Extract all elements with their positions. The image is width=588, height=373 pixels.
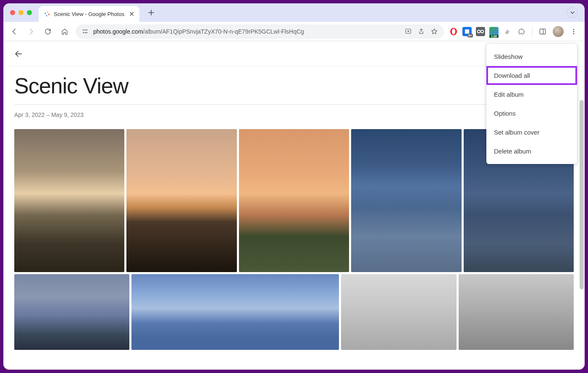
photo-thumbnail[interactable] [239,129,349,272]
url-text: photos.google.com/album/AF1QipPSnvjaTZyX… [93,28,304,35]
home-button[interactable] [59,26,71,37]
svg-point-0 [83,29,84,31]
chrome-menu-icon[interactable] [568,26,580,37]
menu-item-slideshow[interactable]: Slideshow [486,47,577,66]
svg-point-6 [452,29,455,34]
urlbar-actions [404,28,438,35]
address-bar[interactable]: photos.google.com/album/AF1QipPSnvjaTZyX… [76,24,444,39]
svg-point-14 [573,29,575,30]
photo-thumbnail[interactable] [459,274,574,350]
titlebar: Scenic View - Google Photos ✕ [3,3,585,22]
photo-thumbnail[interactable] [14,129,124,272]
close-tab-icon[interactable]: ✕ [129,10,134,18]
bookmark-star-icon[interactable] [430,28,438,35]
svg-point-11 [481,31,483,32]
url-host: photos.google.com [93,28,143,35]
photos-back-button[interactable] [13,49,24,59]
reload-button[interactable] [42,26,54,37]
profile-avatar[interactable] [553,26,564,37]
svg-point-2 [83,32,84,33]
photo-thumbnail[interactable] [341,274,456,350]
extension-clear-icon[interactable] [503,27,512,36]
extension-eyes-icon[interactable] [476,27,485,36]
svg-rect-12 [540,29,546,34]
extensions-puzzle-icon[interactable] [516,26,528,37]
svg-point-10 [478,31,480,32]
window-controls [10,10,32,15]
browser-window: Scenic View - Google Photos ✕ [3,3,585,370]
minimize-window-button[interactable] [18,10,24,15]
photo-row [14,274,574,350]
google-photos-favicon-icon [44,11,50,17]
tab-title: Scenic View - Google Photos [54,11,124,17]
share-icon[interactable] [418,28,425,35]
tab-strip: Scenic View - Google Photos ✕ [39,3,578,22]
page-scrollbar[interactable] [580,100,584,289]
browser-tab[interactable]: Scenic View - Google Photos ✕ [39,6,139,22]
toolbar-divider [532,27,533,36]
page-content: Scenic View Apr 3, 2022 – May 9, 2023 [3,41,585,370]
extension-green-icon[interactable]: 1.00 [489,27,499,36]
menu-item-edit-album[interactable]: Edit album [486,85,577,104]
menu-item-delete-album[interactable]: Delete album [486,142,577,161]
svg-rect-3 [84,32,87,33]
extension-badge: 9+ [467,34,473,37]
menu-item-set-album-cover[interactable]: Set album cover [486,123,577,142]
photo-thumbnail[interactable] [126,129,236,272]
browser-toolbar: photos.google.com/album/AF1QipPSnvjaTZyX… [3,22,585,41]
photo-thumbnail[interactable] [351,129,461,272]
svg-point-15 [573,31,575,32]
maximize-window-button[interactable] [27,10,32,15]
menu-item-options[interactable]: Options [486,104,577,123]
side-panel-icon[interactable] [537,26,549,37]
album-options-menu: SlideshowDownload allEdit albumOptionsSe… [486,44,577,164]
forward-button[interactable] [25,26,37,37]
site-info-icon[interactable] [81,28,89,35]
extension-devtools-icon[interactable]: 9+ [462,27,472,36]
close-window-button[interactable] [10,10,15,15]
extension-opera-icon[interactable] [449,27,458,36]
back-button[interactable] [8,26,20,37]
menu-item-download-all[interactable]: Download all [486,66,577,85]
tab-overflow-button[interactable] [567,7,578,18]
photo-thumbnail[interactable] [14,274,129,350]
svg-point-16 [573,33,575,34]
install-app-icon[interactable] [404,28,412,35]
svg-rect-7 [465,29,469,34]
extensions-area: 9+ 1.00 [449,26,580,37]
svg-rect-1 [84,29,87,30]
url-path: /album/AF1QipPSnvjaTZyX70-N-n-qE79rPK5GC… [143,28,304,35]
extension-badge-green: 1.00 [489,35,499,38]
new-tab-button[interactable] [145,7,157,19]
photo-thumbnail[interactable] [131,274,339,350]
